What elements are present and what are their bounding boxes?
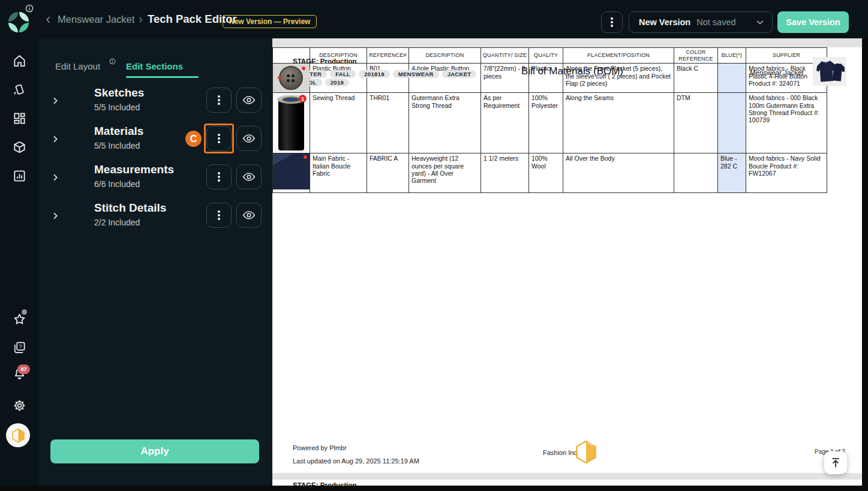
- kebab-icon: [218, 209, 220, 221]
- sidebar-item-dashboard[interactable]: [11, 110, 27, 126]
- package-icon: [13, 140, 26, 154]
- section-kebab-button-stitch-details[interactable]: [206, 203, 232, 228]
- sidebar-item-settings[interactable]: [11, 397, 27, 413]
- window-right-edge: [862, 38, 868, 486]
- tag: FALL: [330, 70, 356, 78]
- bom-cell-blue: [718, 93, 746, 153]
- section-title-materials[interactable]: Materials: [94, 125, 143, 138]
- tag: MENSWEAR: [393, 70, 439, 78]
- swatchbook-icon: [13, 83, 26, 97]
- tag: 2019: [325, 79, 349, 86]
- section-expand-chevron[interactable]: [50, 96, 60, 106]
- dashboard-icon: [13, 112, 26, 125]
- stage-label-page-2: STAGE: Production: [293, 481, 356, 486]
- scroll-to-top-button[interactable]: [824, 451, 847, 474]
- bom-header: PLACEMENT/POSITION: [563, 48, 674, 64]
- breadcrumb-separator-icon: [137, 16, 144, 23]
- topbar-kebab-menu-button[interactable]: [601, 11, 623, 33]
- sidebar-item-reports[interactable]: [11, 168, 27, 183]
- navy-fabric-photo: [273, 153, 310, 192]
- section-kebab-button-sketches[interactable]: [206, 88, 232, 113]
- workspace-avatar[interactable]: [6, 423, 30, 447]
- sidebar-item-favorites[interactable]: [11, 311, 27, 327]
- eye-icon: [242, 132, 256, 145]
- document-preview-area[interactable]: STAGE: Production WINTER FALL 201819 MEN…: [272, 38, 862, 486]
- section-expand-chevron[interactable]: [50, 211, 60, 221]
- bom-header: COLOR REFERENCE: [674, 48, 718, 64]
- section-kebab-button-measurements[interactable]: [206, 164, 232, 189]
- version-preview-badge: New Version — Preview: [223, 15, 317, 28]
- bom-header: REFERENCE#: [367, 48, 409, 64]
- bom-cell: Main Fabric - Italian Boucle Fabric: [310, 153, 367, 193]
- document-page-2: STAGE: Production: [272, 480, 862, 486]
- last-updated-label: Last updated on Aug 29, 2025 11:25:19 AM: [293, 457, 419, 465]
- eye-icon: [242, 94, 256, 107]
- bom-header: BLUE(*): [718, 48, 746, 64]
- version-dropdown[interactable]: New Version Not saved: [629, 11, 773, 33]
- bom-cell: DTM: [674, 93, 718, 153]
- sidebar-item-swatches[interactable]: [11, 82, 27, 97]
- bom-cell: 100% Polyester: [529, 93, 563, 153]
- table-row: 1 Sewing Thread THR01 Gutermann Extra St…: [273, 93, 827, 153]
- tab-edit-layout[interactable]: Edit Layout: [55, 61, 100, 71]
- bom-cell-blue: [718, 64, 746, 93]
- row-image-cell: [273, 153, 310, 193]
- bom-cell: THR01: [367, 93, 409, 153]
- app-logo[interactable]: [0, 0, 38, 38]
- home-icon: [13, 54, 26, 68]
- section-subtitle: 5/5 Included: [94, 141, 140, 150]
- powered-by-label: Powered by Plmbr: [293, 444, 347, 451]
- bom-cell-blue: Blue - 282 C: [718, 153, 746, 193]
- bom-cell: As per Requirement: [481, 93, 529, 153]
- section-title-stitch-details[interactable]: Stitch Details: [94, 201, 166, 215]
- section-expand-chevron[interactable]: [50, 173, 60, 182]
- active-tab-underline: [126, 76, 199, 78]
- bom-cell: Sewing Thread: [310, 93, 367, 153]
- info-icon: [25, 4, 34, 13]
- annotation-marker-c: C: [185, 131, 202, 147]
- eye-icon: [242, 170, 256, 183]
- tag: 201819: [359, 70, 390, 78]
- eye-icon: [242, 209, 256, 222]
- chevron-down-icon: [755, 17, 765, 27]
- section-visibility-button-stitch-details[interactable]: [236, 203, 262, 228]
- bom-header: QUANTITY/ SIZE: [481, 48, 529, 64]
- star-icon: [13, 312, 26, 326]
- sidebar-item-home[interactable]: [11, 53, 27, 68]
- section-visibility-button-sketches[interactable]: [236, 88, 262, 113]
- annotation-highlight: [204, 123, 234, 153]
- table-row: Main Fabric - Italian Boucle Fabric FABR…: [273, 153, 827, 193]
- section-title-sketches[interactable]: Sketches: [94, 86, 144, 100]
- bom-cell: Mood fabrics - 000 Black 100m Gutermann …: [746, 93, 827, 153]
- bom-cell: B01: [367, 64, 409, 93]
- kebab-icon: [611, 16, 613, 28]
- gear-icon: [13, 399, 26, 412]
- row-image-cell: [273, 64, 310, 93]
- document-title: Bill of Materials (BOM): [452, 65, 692, 77]
- back-chevron-icon[interactable]: [44, 16, 53, 24]
- chart-icon: [13, 169, 26, 183]
- thread-spool-photo: 1: [273, 93, 310, 153]
- section-visibility-button-measurements[interactable]: [236, 164, 262, 189]
- tab-edit-sections[interactable]: Edit Sections: [126, 61, 183, 71]
- bom-cell: FABRIC A: [367, 153, 409, 193]
- svg-text:?: ?: [19, 343, 22, 349]
- kebab-icon: [218, 171, 220, 183]
- breadcrumb-parent[interactable]: Menswear Jacket: [58, 14, 134, 25]
- section-expand-chevron[interactable]: [50, 134, 60, 144]
- bom-cell: All Over the Body: [563, 153, 674, 193]
- section-visibility-button-materials[interactable]: [236, 126, 262, 151]
- document-page-1: STAGE: Production WINTER FALL 201819 MEN…: [272, 47, 862, 473]
- edit-panel: Edit Layout Edit Sections Sketches 5/5 I…: [38, 38, 272, 486]
- notification-count-badge: 87: [17, 365, 30, 374]
- section-title-measurements[interactable]: Measurements: [94, 163, 174, 176]
- sidebar-item-guide[interactable]: ?: [11, 339, 27, 355]
- bom-cell: 100% Wool: [529, 153, 563, 193]
- product-name: Menswear Jacket: [750, 69, 803, 76]
- bom-cell: Gutermann Extra Strong Thread: [409, 93, 481, 153]
- fashion-inc-hexagon-logo: [573, 439, 599, 465]
- sidebar-item-materials[interactable]: [11, 139, 27, 155]
- apply-button[interactable]: Apply: [50, 439, 259, 463]
- bom-cell: Mood fabrics - Navy Solid Boucle Product…: [746, 153, 827, 193]
- save-version-button[interactable]: Save Version: [777, 11, 849, 33]
